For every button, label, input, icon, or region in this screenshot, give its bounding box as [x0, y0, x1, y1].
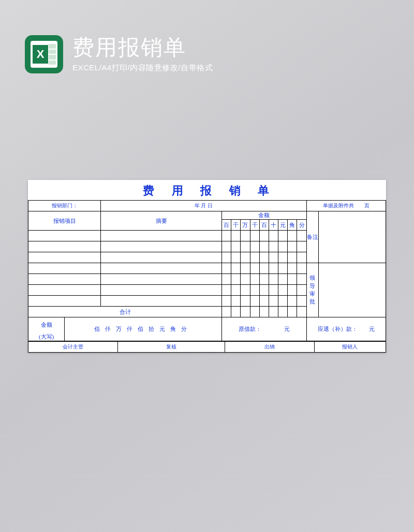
digit-h: 分: [297, 220, 306, 231]
refund-cell: 应退（补）款： 元: [306, 317, 386, 341]
template-subtitle: EXCEL/A4打印/内容随意修改/自带格式: [72, 63, 213, 73]
signature-row: 会计主管 复核 出纳 报销人: [28, 341, 386, 353]
date-label: 年 月 日: [101, 201, 306, 211]
data-row: 领导审批: [28, 263, 386, 274]
digit-h: 千: [250, 220, 259, 231]
template-title: 费用报销单: [72, 36, 213, 59]
total-label: 合计: [28, 307, 222, 317]
amount-words-row: 金额 佰仟万仟佰拾元角分 原借款： 元 应退（补）款： 元: [28, 317, 386, 333]
digit-h: 十: [269, 220, 278, 231]
form-title: 费 用 报 销 单: [28, 180, 386, 200]
approval-cell: [319, 263, 386, 317]
loan-cell: 原借款： 元: [222, 317, 307, 341]
sig-accountant: 会计主管: [28, 341, 118, 352]
dept-label: 报销部门：: [28, 201, 101, 211]
col-summary-header: 摘要: [101, 211, 222, 231]
amount-label-1: 金额: [28, 317, 65, 333]
header-row: 报销部门： 年 月 日 单据及附件共 页: [28, 201, 386, 211]
col-amount-header: 金额: [222, 211, 307, 220]
digit-h: 千: [231, 220, 241, 231]
digit-h: 万: [241, 220, 250, 231]
col-item-header: 报销项目: [28, 211, 101, 231]
digit-h: 角: [288, 220, 297, 231]
excel-icon: X: [25, 35, 63, 73]
sig-review: 复核: [117, 341, 225, 352]
sig-cashier: 出纳: [225, 341, 315, 352]
expense-form-table: 报销部门： 年 月 日 单据及附件共 页 报销项目 摘要 金额 备注 百 千 万…: [28, 200, 386, 341]
digit-h: 元: [278, 220, 288, 231]
digit-h: 百: [259, 220, 269, 231]
remark-label: 备注: [306, 211, 318, 263]
template-header: X 费用报销单 EXCEL/A4打印/内容随意修改/自带格式: [25, 35, 213, 73]
big-units-cell: 佰仟万仟佰拾元角分: [65, 317, 222, 341]
column-header-row-1: 报销项目 摘要 金额 备注: [28, 211, 386, 220]
approval-label: 领导审批: [306, 263, 318, 317]
digit-h: 百: [222, 220, 231, 231]
amount-label-2: (大写): [28, 333, 65, 341]
sig-claimant: 报销人: [314, 341, 386, 352]
attachment-label: 单据及附件共 页: [306, 201, 386, 211]
remark-cell: [319, 211, 386, 263]
expense-form-document: 费 用 报 销 单 报销部门： 年 月 日 单据及附件共 页 报销项目 摘要 金…: [28, 180, 386, 353]
